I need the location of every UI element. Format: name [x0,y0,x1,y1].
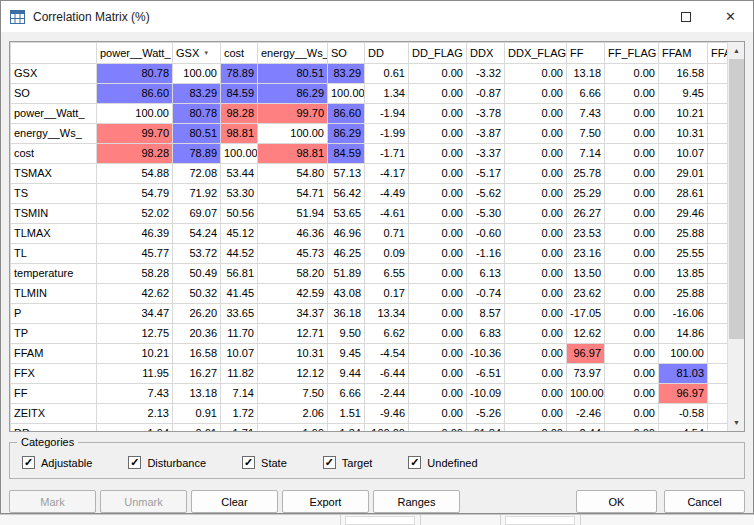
matrix-cell[interactable]: 0.00 [605,64,659,84]
row-header[interactable]: cost [11,144,97,164]
matrix-cell[interactable]: 0.00 [409,304,467,324]
matrix-cell[interactable]: 54.71 [258,184,328,204]
matrix-cell[interactable]: 1.51 [328,404,365,424]
matrix-cell[interactable]: -3.32 [467,64,505,84]
matrix-cell[interactable]: -0.58 [659,404,708,424]
matrix-cell[interactable]: -10.09 [467,384,505,404]
matrix-cell[interactable]: 50.49 [173,264,221,284]
matrix-cell[interactable]: 0.00 [505,264,567,284]
matrix-cell[interactable]: 86.29 [328,124,365,144]
matrix-cell[interactable]: 83.29 [328,64,365,84]
scroll-up-icon[interactable]: ▲ [728,42,745,59]
matrix-cell[interactable] [708,64,728,84]
ranges-button[interactable]: Ranges [373,490,460,513]
column-header-cost-2[interactable]: cost [221,43,258,64]
matrix-cell[interactable]: 25.29 [567,184,605,204]
checkbox-box[interactable]: ✓ [22,456,35,469]
matrix-cell[interactable]: 0.00 [605,244,659,264]
matrix-cell[interactable]: 0.00 [409,184,467,204]
column-header-so-4[interactable]: SO [328,43,365,64]
matrix-cell[interactable]: -16.06 [659,304,708,324]
matrix-cell[interactable]: 0.91 [173,404,221,424]
matrix-cell[interactable]: 2.13 [97,404,173,424]
matrix-cell[interactable]: 0.00 [505,64,567,84]
matrix-cell[interactable]: 25.88 [659,284,708,304]
matrix-cell[interactable]: -2.44 [365,384,409,404]
matrix-cell[interactable]: 6.62 [365,324,409,344]
matrix-cell[interactable]: -1.94 [97,424,173,432]
matrix-cell[interactable]: 0.00 [505,324,567,344]
matrix-cell[interactable]: 99.70 [258,104,328,124]
matrix-cell[interactable]: 7.50 [567,124,605,144]
matrix-cell[interactable]: 12.75 [97,324,173,344]
matrix-cell[interactable]: 0.00 [409,404,467,424]
matrix-cell[interactable]: 0.00 [505,284,567,304]
matrix-cell[interactable]: 25.88 [659,224,708,244]
matrix-cell[interactable]: -10.36 [467,344,505,364]
unmark-button[interactable]: Unmark [100,490,187,513]
matrix-cell[interactable]: 7.43 [97,384,173,404]
matrix-cell[interactable]: 98.28 [97,144,173,164]
matrix-cell[interactable]: 10.31 [659,124,708,144]
matrix-cell[interactable]: 12.12 [258,364,328,384]
matrix-cell[interactable]: 0.71 [365,224,409,244]
matrix-cell[interactable]: -5.62 [467,184,505,204]
matrix-cell[interactable]: 23.53 [567,224,605,244]
matrix-cell[interactable]: 52.02 [97,204,173,224]
matrix-cell[interactable]: -6.44 [365,364,409,384]
matrix-cell[interactable]: 51.89 [328,264,365,284]
matrix-cell[interactable]: 0.00 [505,344,567,364]
matrix-cell[interactable]: 10.31 [258,344,328,364]
matrix-cell[interactable] [708,184,728,204]
matrix-cell[interactable]: 7.14 [221,384,258,404]
matrix-cell[interactable]: 43.08 [328,284,365,304]
matrix-cell[interactable]: 6.55 [365,264,409,284]
row-header[interactable]: DD [11,424,97,432]
matrix-cell[interactable]: 58.28 [97,264,173,284]
matrix-cell[interactable]: 0.00 [409,324,467,344]
matrix-cell[interactable]: -5.17 [467,164,505,184]
matrix-cell[interactable]: 56.42 [328,184,365,204]
matrix-cell[interactable] [708,404,728,424]
matrix-cell[interactable]: 54.88 [97,164,173,184]
matrix-cell[interactable]: 11.70 [221,324,258,344]
matrix-cell[interactable]: 45.12 [221,224,258,244]
row-header[interactable]: P [11,304,97,324]
matrix-cell[interactable]: 0.00 [409,84,467,104]
matrix-cell[interactable]: 9.50 [328,324,365,344]
matrix-cell[interactable]: 12.71 [258,324,328,344]
matrix-cell[interactable]: 53.65 [328,204,365,224]
matrix-cell[interactable]: -1.99 [365,124,409,144]
matrix-cell[interactable]: 0.00 [409,144,467,164]
matrix-cell[interactable]: 96.97 [659,384,708,404]
matrix-cell[interactable] [708,304,728,324]
matrix-cell[interactable]: 42.59 [258,284,328,304]
matrix-cell[interactable]: 0.00 [605,144,659,164]
matrix-cell[interactable]: 57.13 [328,164,365,184]
matrix-cell[interactable]: 46.96 [328,224,365,244]
matrix-cell[interactable]: 0.00 [409,124,467,144]
matrix-cell[interactable]: 0.00 [409,104,467,124]
matrix-cell[interactable]: 0.00 [505,384,567,404]
matrix-cell[interactable]: 36.18 [328,304,365,324]
mark-button[interactable]: Mark [9,490,96,513]
matrix-cell[interactable]: 100.00 [221,144,258,164]
matrix-cell[interactable] [708,264,728,284]
matrix-cell[interactable]: 10.21 [97,344,173,364]
matrix-cell[interactable]: 100.00 [258,124,328,144]
matrix-cell[interactable]: 0.61 [365,64,409,84]
matrix-cell[interactable]: -0.87 [467,84,505,104]
matrix-cell[interactable]: 100.00 [365,424,409,432]
titlebar[interactable]: Correlation Matrix (%) ✕ [1,1,753,32]
matrix-cell[interactable]: 0.00 [409,244,467,264]
matrix-cell[interactable]: 14.86 [659,324,708,344]
matrix-cell[interactable]: 26.27 [567,204,605,224]
matrix-cell[interactable]: 71.92 [173,184,221,204]
column-header-ddx_flag-8[interactable]: DDX_FLAG [505,43,567,64]
matrix-cell[interactable]: 42.62 [97,284,173,304]
matrix-cell[interactable]: 58.20 [258,264,328,284]
checkbox-box[interactable]: ✓ [128,456,141,469]
matrix-cell[interactable]: 0.09 [365,244,409,264]
row-header[interactable]: TS [11,184,97,204]
matrix-cell[interactable]: 61.84 [467,424,505,432]
